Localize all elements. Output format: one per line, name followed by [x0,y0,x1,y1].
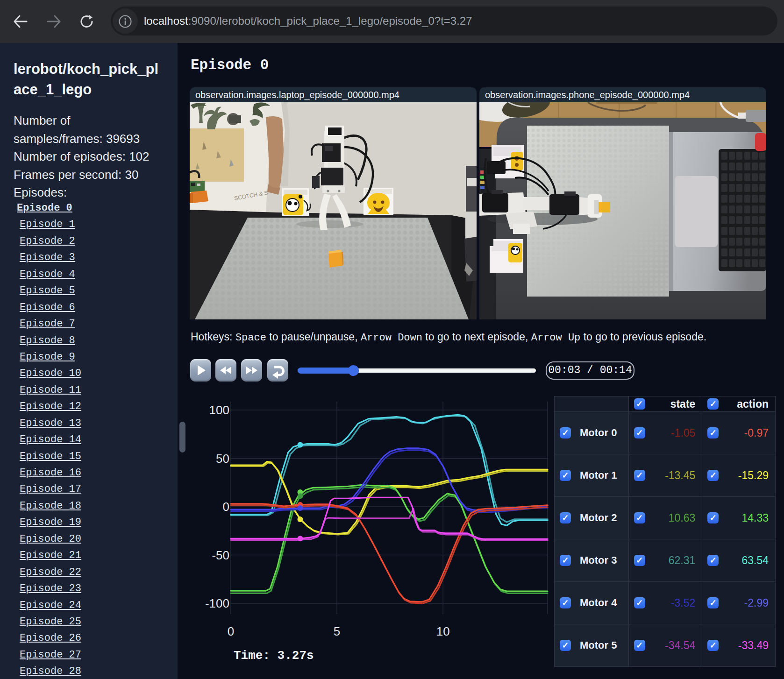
svg-text:0: 0 [228,624,234,638]
svg-text:10: 10 [436,624,450,638]
svg-text:Time: 3.27s: Time: 3.27s [234,649,314,663]
svg-text:-100: -100 [205,596,229,610]
svg-text:50: 50 [216,452,229,466]
svg-text:-50: -50 [212,548,229,562]
svg-text:0: 0 [223,500,229,514]
svg-text:5: 5 [334,624,340,638]
svg-text:100: 100 [209,403,229,417]
